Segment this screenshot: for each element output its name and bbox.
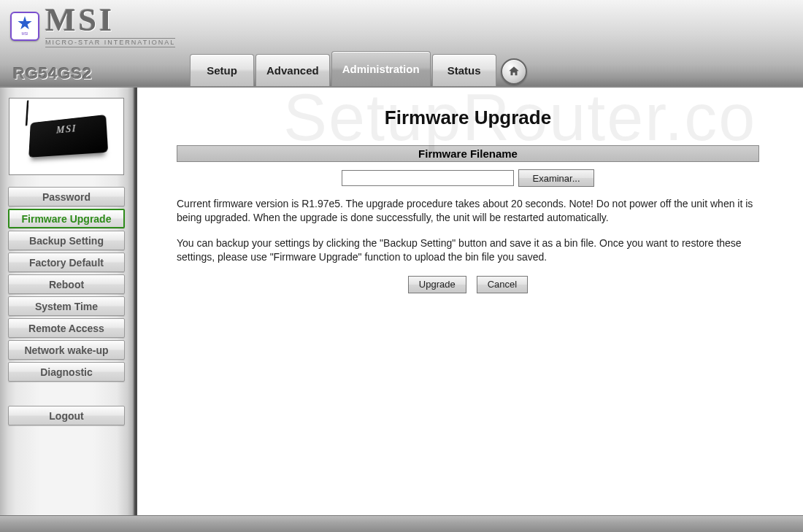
firmware-file-input[interactable] bbox=[342, 170, 514, 186]
header: MSI MSI MICRO-STAR INTERNATIONAL RG54GS2… bbox=[0, 0, 803, 88]
footer-bar bbox=[0, 515, 803, 532]
file-row: Examinar... bbox=[177, 169, 759, 187]
body: MSI Password Firmware Upgrade Backup Set… bbox=[0, 88, 803, 515]
brand-main: MSI bbox=[45, 4, 175, 36]
sidebar-item-system-time[interactable]: System Time bbox=[8, 296, 125, 316]
sidebar-item-remote-access[interactable]: Remote Access bbox=[8, 318, 125, 338]
star-icon bbox=[18, 16, 32, 31]
sidebar-item-factory-default[interactable]: Factory Default bbox=[8, 252, 125, 272]
sidebar-item-password[interactable]: Password bbox=[8, 187, 125, 207]
tab-status[interactable]: Status bbox=[432, 54, 496, 86]
tab-advanced[interactable]: Advanced bbox=[256, 54, 330, 86]
home-icon bbox=[507, 65, 520, 78]
logo-badge-icon: MSI bbox=[10, 12, 39, 41]
content: SetupRouter.co Firmware Upgrade Firmware… bbox=[137, 88, 803, 515]
router-label: MSI bbox=[30, 120, 107, 139]
brand-text: MSI MICRO-STAR INTERNATIONAL bbox=[45, 4, 175, 47]
tab-administration[interactable]: Administration bbox=[331, 51, 431, 86]
topnav: Setup Advanced Administration Status bbox=[190, 54, 498, 86]
page-title: Firmware Upgrade bbox=[177, 107, 759, 129]
sidebar-menu: Password Firmware Upgrade Backup Setting… bbox=[8, 187, 125, 428]
sidebar-item-reboot[interactable]: Reboot bbox=[8, 274, 125, 294]
sidebar: MSI Password Firmware Upgrade Backup Set… bbox=[0, 88, 134, 515]
sidebar-item-backup-setting[interactable]: Backup Setting bbox=[8, 231, 125, 250]
brand-logo: MSI MSI MICRO-STAR INTERNATIONAL bbox=[10, 4, 175, 47]
action-row: Upgrade Cancel bbox=[177, 276, 759, 293]
brand-sub: MICRO-STAR INTERNATIONAL bbox=[45, 38, 175, 47]
home-button[interactable] bbox=[501, 58, 527, 85]
tab-setup[interactable]: Setup bbox=[190, 54, 254, 86]
device-image: MSI bbox=[9, 98, 124, 175]
router-icon: MSI bbox=[28, 115, 108, 158]
section-header: Firmware Filename bbox=[177, 145, 759, 162]
sidebar-item-firmware-upgrade[interactable]: Firmware Upgrade bbox=[8, 209, 125, 228]
info-paragraph-1: Current firmware version is R1.97e5. The… bbox=[177, 197, 759, 225]
sidebar-gap bbox=[8, 384, 125, 406]
info-paragraph-2: You can backup your settings by clicking… bbox=[177, 236, 759, 264]
cancel-button[interactable]: Cancel bbox=[477, 276, 528, 293]
model-label: RG54GS2 bbox=[13, 64, 93, 83]
sidebar-item-logout[interactable]: Logout bbox=[8, 406, 125, 425]
upgrade-button[interactable]: Upgrade bbox=[408, 276, 466, 293]
browse-button[interactable]: Examinar... bbox=[518, 169, 594, 187]
sidebar-item-network-wakeup[interactable]: Network wake-up bbox=[8, 340, 125, 360]
logo-badge-text: MSI bbox=[22, 31, 28, 36]
sidebar-item-diagnostic[interactable]: Diagnostic bbox=[8, 362, 125, 382]
